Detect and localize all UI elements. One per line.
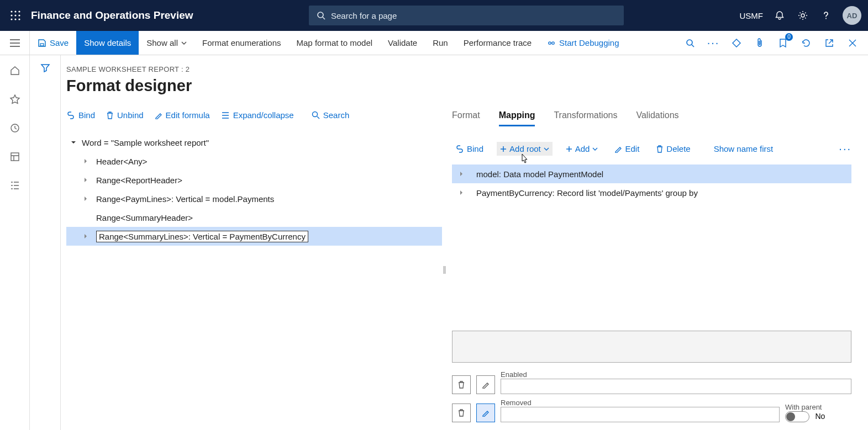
add-root-button[interactable]: Add root [497, 142, 553, 156]
add-button[interactable]: Add [562, 142, 602, 156]
caret-right-icon[interactable] [81, 194, 91, 204]
filter-icon[interactable] [40, 63, 50, 430]
tab-validations[interactable]: Validations [636, 110, 678, 126]
with-parent-toggle[interactable]: No [785, 411, 851, 422]
mapping-bind-button[interactable]: Bind [452, 142, 487, 156]
caret-right-icon[interactable] [456, 188, 466, 198]
refresh-icon[interactable] [798, 35, 814, 51]
link-icon [66, 112, 75, 119]
format-search-button[interactable]: Search [312, 110, 350, 120]
page-title: Format designer [61, 77, 442, 95]
nav-toggle-button[interactable] [0, 31, 30, 55]
delete-enabled-button[interactable] [452, 375, 471, 394]
tree-root[interactable]: Word = "Sample worksheet report" [66, 133, 442, 152]
show-all-button[interactable]: Show all [139, 31, 194, 55]
paperclip-icon[interactable] [752, 35, 767, 51]
svg-rect-19 [11, 153, 19, 161]
edit-button[interactable]: Edit [611, 142, 643, 156]
chevron-down-icon [544, 147, 549, 151]
tree-node-selected[interactable]: Range<SummaryLines>: Vertical = PaymentB… [66, 227, 442, 246]
svg-point-1 [14, 10, 16, 12]
svg-point-11 [801, 14, 804, 17]
legal-entity[interactable]: USMF [739, 11, 763, 20]
map-format-to-model-button[interactable]: Map format to model [289, 31, 381, 55]
delete-button[interactable]: Delete [653, 142, 693, 156]
star-icon[interactable] [9, 94, 20, 107]
svg-point-12 [825, 18, 827, 19]
bookmark-icon[interactable]: 0 [775, 35, 791, 51]
edit-enabled-button[interactable] [476, 375, 495, 394]
app-launcher-icon[interactable] [7, 7, 24, 24]
workspace-icon[interactable] [9, 151, 20, 164]
run-button[interactable]: Run [425, 31, 456, 55]
svg-point-5 [18, 14, 20, 16]
start-debugging-button[interactable]: Start Debugging [539, 31, 627, 55]
edit-formula-button[interactable]: Edit formula [155, 110, 210, 120]
save-button[interactable]: Save [30, 31, 76, 55]
help-icon[interactable] [819, 9, 833, 22]
recent-icon[interactable] [9, 123, 20, 136]
close-icon[interactable] [845, 35, 860, 51]
svg-line-17 [692, 45, 694, 47]
svg-rect-13 [40, 44, 44, 46]
unbind-button[interactable]: Unbind [106, 110, 144, 120]
tab-mapping[interactable]: Mapping [499, 110, 535, 126]
show-details-button[interactable]: Show details [76, 31, 139, 55]
format-pane: SAMPLE WORKSHEET REPORT : 2 Format desig… [61, 55, 442, 430]
tree-node[interactable]: Header<Any> [66, 152, 442, 171]
more-icon[interactable]: ··· [839, 142, 851, 155]
svg-point-20 [312, 112, 317, 117]
performance-trace-button[interactable]: Performance trace [456, 31, 539, 55]
global-search[interactable]: Search for a page [309, 6, 624, 25]
mapping-node[interactable]: PaymentByCurrency: Record list 'model/Pa… [452, 183, 851, 202]
property-fields: Enabled Removed Wi [452, 331, 851, 430]
svg-line-21 [317, 116, 319, 119]
enabled-label: Enabled [501, 370, 851, 379]
diamond-icon[interactable] [729, 35, 744, 51]
svg-point-2 [18, 10, 20, 12]
home-icon[interactable] [9, 65, 20, 78]
plus-icon [500, 146, 507, 152]
search-command-icon[interactable] [682, 35, 698, 51]
tab-format[interactable]: Format [452, 110, 480, 126]
mapping-tree: model: Data model PaymentModel PaymentBy… [452, 164, 851, 202]
svg-point-7 [14, 18, 16, 20]
breadcrumb: SAMPLE WORKSHEET REPORT : 2 [61, 65, 442, 73]
caret-right-icon[interactable] [456, 169, 466, 179]
filter-column [30, 55, 61, 430]
trash-icon [457, 408, 465, 417]
edit-removed-button[interactable] [476, 404, 495, 422]
notification-icon[interactable] [773, 9, 786, 22]
trash-icon [656, 145, 664, 153]
svg-point-15 [552, 41, 554, 44]
mapping-node-selected[interactable]: model: Data model PaymentModel [452, 164, 851, 183]
caret-right-icon[interactable] [81, 231, 91, 241]
pencil-icon [482, 409, 490, 417]
search-icon [312, 111, 320, 119]
caret-down-icon[interactable] [69, 137, 78, 147]
expand-collapse-button[interactable]: Expand/collapse [221, 110, 294, 120]
settings-icon[interactable] [796, 9, 809, 22]
tree-node[interactable]: Range<ReportHeader> [66, 171, 442, 189]
pencil-icon [614, 145, 622, 153]
caret-right-icon[interactable] [81, 175, 91, 185]
validate-button[interactable]: Validate [380, 31, 425, 55]
expression-input[interactable] [452, 331, 851, 363]
tab-transformations[interactable]: Transformations [554, 110, 617, 126]
tree-node[interactable]: Range<SummaryHeader> [66, 208, 442, 227]
popout-icon[interactable] [822, 35, 837, 51]
user-avatar[interactable]: AD [843, 6, 861, 25]
enabled-input[interactable] [501, 379, 851, 394]
modules-icon[interactable] [9, 180, 20, 193]
show-name-first-button[interactable]: Show name first [711, 142, 777, 156]
caret-right-icon[interactable] [81, 156, 91, 166]
removed-input[interactable] [501, 407, 780, 422]
tree-node[interactable]: Range<PaymLines>: Vertical = model.Payme… [66, 189, 442, 208]
list-icon [221, 112, 230, 119]
body: SAMPLE WORKSHEET REPORT : 2 Format desig… [0, 55, 868, 430]
more-commands-icon[interactable]: ··· [706, 35, 721, 51]
bind-button[interactable]: Bind [66, 110, 95, 120]
format-enumerations-button[interactable]: Format enumerations [194, 31, 289, 55]
pencil-icon [482, 381, 490, 389]
delete-removed-button[interactable] [452, 404, 471, 422]
